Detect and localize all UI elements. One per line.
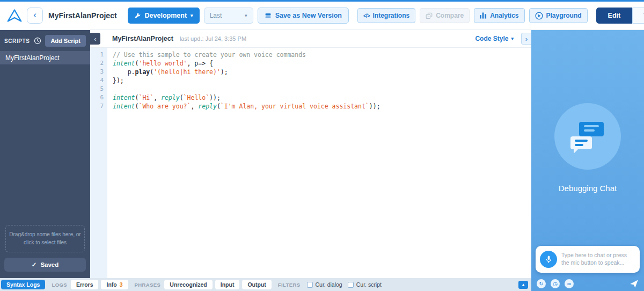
cur-dialog-label: Cur. dialog [316, 281, 342, 288]
timer-button[interactable]: ◷ [551, 279, 560, 288]
code-icon: </> [363, 13, 369, 19]
mic-button[interactable] [540, 251, 557, 268]
environment-label: Development [145, 12, 187, 19]
link-icon: ∞ [567, 281, 571, 287]
debugging-chat-title: Debugging Chat [559, 184, 617, 193]
code-line: // Use this sample to create your own vo… [113, 50, 531, 59]
output-label: Output [247, 281, 266, 288]
timer-icon: ◷ [553, 281, 558, 287]
errors-filter-button[interactable]: Errors [71, 280, 99, 289]
cur-script-label: Cur. script [356, 281, 382, 288]
collapse-sidebar-button[interactable]: ‹ [90, 33, 100, 45]
save-as-new-version-label: Save as New Version [275, 12, 342, 19]
line-number: 7 [90, 102, 104, 111]
editor-script-title: MyFirstAlanProject [112, 35, 173, 42]
code-line [113, 85, 531, 93]
info-filter-button[interactable]: Info 3 [101, 280, 128, 289]
integrations-button[interactable]: </> Integrations [357, 8, 415, 23]
editor-body: 1234567 // Use this sample to create you… [90, 48, 531, 278]
code-line: intent('hello world', p=> { [113, 59, 531, 68]
environment-dropdown[interactable]: Development ▾ [128, 8, 200, 24]
add-script-label: Add Script [50, 38, 80, 44]
line-number: 5 [90, 85, 104, 93]
sidebar-item-label: MyFirstAlanProject [5, 54, 60, 62]
errors-label: Errors [76, 281, 93, 288]
compare-button: Compare [420, 8, 470, 23]
info-label: Info [106, 281, 116, 288]
restart-dialog-button[interactable]: ↻ [537, 279, 546, 288]
paper-plane-icon [630, 279, 639, 288]
expand-console-button[interactable]: ▲ [518, 281, 528, 289]
chat-input[interactable] [557, 251, 635, 267]
filters-label: FILTERS [278, 282, 301, 288]
alan-logo-icon [7, 9, 22, 23]
compare-label: Compare [436, 12, 464, 19]
line-number: 1 [90, 50, 104, 59]
edit-label: Edit [608, 12, 621, 19]
input-label: Input [221, 281, 235, 288]
logs-label: LOGS [52, 282, 67, 288]
unrecognized-filter-button[interactable]: Unrecognized [164, 280, 212, 289]
phrases-label: PHRASES [135, 282, 161, 288]
file-dropzone[interactable]: Drag&drop some files here, or click to s… [5, 225, 85, 252]
analytics-button[interactable]: Analytics [474, 8, 524, 23]
chat-bubbles-icon [570, 122, 605, 151]
add-script-button[interactable]: Add Script [45, 35, 86, 47]
scripts-title: SCRIPTS [4, 38, 30, 44]
saved-button[interactable]: ✓ Saved [4, 258, 86, 272]
code-lines[interactable]: // Use this sample to create your own vo… [107, 48, 531, 278]
unrecognized-label: Unrecognized [170, 281, 207, 288]
chevron-down-icon: ▾ [245, 13, 247, 18]
line-numbers: 1234567 [90, 48, 107, 278]
cur-script-filter: Cur. script [348, 281, 382, 288]
code-style-label: Code Style [475, 35, 508, 42]
wrench-icon [134, 12, 141, 19]
cur-dialog-checkbox[interactable] [307, 282, 313, 288]
version-select[interactable]: Last ▾ [204, 8, 253, 24]
playground-label: Playground [546, 12, 582, 19]
chat-input-box [536, 246, 640, 273]
input-filter-button[interactable]: Input [215, 280, 240, 289]
saved-label: Saved [40, 261, 58, 268]
analytics-icon [480, 12, 487, 19]
code-line: intent(`Who are you?`, reply(`I'm Alan, … [113, 102, 531, 111]
collapse-panel-button[interactable]: › [521, 33, 531, 45]
history-icon [34, 37, 41, 45]
scripts-sidebar: SCRIPTS Add Script MyFirstAlanProject Dr [0, 30, 90, 278]
alan-logo[interactable] [6, 8, 23, 23]
code-editor-panel: ‹ MyFirstAlanProject last upd.: Jul 24, … [90, 30, 531, 278]
cur-script-checkbox[interactable] [348, 282, 354, 288]
line-number: 2 [90, 59, 104, 68]
code-style-button[interactable]: Code Style ▾ [475, 35, 514, 42]
dropzone-text: Drag&drop some files here, or click to s… [9, 231, 80, 245]
info-count-badge: 3 [120, 281, 123, 288]
line-number: 4 [90, 76, 104, 85]
history-button[interactable] [34, 37, 41, 45]
send-button[interactable] [630, 279, 639, 288]
check-icon: ✓ [32, 261, 37, 268]
main-content: SCRIPTS Add Script MyFirstAlanProject Dr [0, 30, 644, 291]
test-toggle[interactable]: Test [632, 8, 644, 24]
playground-button[interactable]: Playground [529, 8, 588, 23]
chevron-right-icon: › [525, 35, 528, 43]
sidebar-item-script[interactable]: MyFirstAlanProject [0, 51, 90, 64]
cur-dialog-filter: Cur. dialog [307, 281, 342, 288]
sidebar-header: SCRIPTS Add Script [0, 30, 90, 51]
chevron-left-icon: ‹ [33, 10, 36, 20]
version-select-value: Last [210, 12, 222, 19]
syntax-logs-button[interactable]: Syntax Logs [1, 280, 45, 289]
save-as-new-version-button[interactable]: Save as New Version [258, 8, 349, 24]
analytics-label: Analytics [490, 12, 518, 19]
line-number: 6 [90, 93, 104, 102]
versions-icon [265, 12, 272, 19]
chevron-down-icon: ▾ [511, 37, 514, 41]
edit-toggle[interactable]: Edit [596, 8, 633, 24]
output-filter-button[interactable]: Output [242, 280, 271, 289]
back-button[interactable]: ‹ [27, 8, 43, 24]
chevron-up-icon: ▲ [521, 282, 525, 287]
sidebar-spacer [0, 64, 90, 220]
last-updated-text: last upd.: Jul 24, 3:35 PM [180, 35, 246, 42]
code-line: p.play('(hello|hi there)'); [113, 68, 531, 76]
topbar: ‹ MyFirstAlanProject Development ▾ Last … [0, 2, 644, 30]
link-button[interactable]: ∞ [565, 279, 574, 288]
